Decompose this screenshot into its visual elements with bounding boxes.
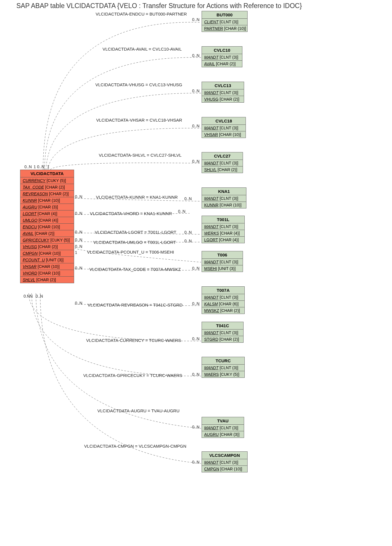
cardinality-label: 0..N [75, 230, 82, 234]
cardinality-label: 0..N [192, 53, 200, 58]
entity-field: AUGRU [CHAR (3)] [20, 204, 74, 210]
entity-header: TVAU [202, 417, 244, 425]
cardinality-label: 0..N [192, 266, 200, 271]
cardinality-label: 0..N [192, 336, 200, 341]
entity-field: ENDCU [CHAR (10)] [20, 224, 74, 230]
cardinality-label: 0..N [37, 164, 45, 169]
relation-label: VLCIDACTDATA-CMPGN = VLCSCAMPGN-CMPGN [84, 444, 186, 449]
entity-header: T006 [202, 251, 243, 259]
relation-label: VLCIDACTDATA-REVREASON = T041C-STGRD [88, 302, 182, 307]
relation-label: VLCIDACTDATA-SHLVL = CVLC27-SHLVL [99, 153, 181, 158]
cardinality-label: 0..N [192, 159, 200, 164]
relation-label: VLCIDACTDATA-UMLGO = T001L-LGORT [93, 240, 176, 245]
relation-label: VLCIDACTDATA-TAX_CODE = T007A-MWSKZ [89, 267, 181, 272]
entity-field: MSEHI [UNIT (3)] [202, 265, 243, 272]
relation-label: VLCIDACTDATA-GPRICECUKY = TCURC-WAERS [83, 373, 182, 378]
cardinality-label: 0..N [192, 301, 200, 306]
entity-field: REVREASON [CHAR (2)] [20, 191, 74, 197]
entity-field: MANDT [CLNT (3)] [202, 223, 244, 230]
cardinality-label: 1 [34, 164, 36, 169]
entity-field: PARTNER [CHAR (10)] [202, 25, 247, 32]
relation-label: VLCIDACTDATA-LGORT = T001L-LGORT [95, 230, 176, 235]
entity-main-header: VLCIDACTDATA [20, 170, 74, 177]
entity-field: KALSM [CHAR (6)] [202, 301, 244, 307]
entity-field: TAX_CODE [CHAR (2)] [20, 184, 74, 191]
entity-field: STGRD [CHAR (2)] [202, 336, 243, 342]
entity-field: MWSKZ [CHAR (2)] [202, 307, 244, 314]
entity-field: MANDT [CLNT (3)] [202, 89, 244, 96]
cardinality-label: 0..N [75, 301, 82, 305]
entity-field: CLIENT [CLNT (3)] [202, 19, 247, 25]
entity-field: MANDT [CLNT (3)] [202, 425, 244, 431]
cardinality-label: 0..N [75, 194, 82, 199]
entity-field: MANDT [CLNT (3)] [202, 294, 244, 301]
cardinality-label: 0..N [192, 460, 200, 464]
entity-header: CVLC13 [202, 82, 244, 89]
entity-field: VHUSG [CHAR (2)] [20, 244, 74, 250]
entity-t001l: T001LMANDT [CLNT (3)]WERKS [CHAR (4)]LGO… [202, 216, 245, 243]
entity-header: VLCSCAMPGN [202, 452, 247, 459]
entity-field: WERKS [CHAR (4)] [202, 230, 244, 237]
entity-field: SHLVL [CHAR (2)] [202, 166, 243, 173]
entity-field: SHLVL [CHAR (2)] [20, 277, 74, 283]
entity-field: CMPGN [CHAR (10)] [20, 250, 74, 257]
cardinality-label: 0..N [184, 230, 192, 235]
entity-field: GPRICECUKY [CUKY (5)] [20, 237, 74, 244]
entity-field: MANDT [CLNT (3)] [202, 160, 243, 166]
entity-header: T001L [202, 216, 244, 223]
cardinality-label: 0..N [75, 266, 82, 270]
entity-header: T041C [202, 322, 243, 329]
entity-header: TCURC [202, 357, 244, 365]
entity-field: CURRENCY [CUKY (5)] [20, 177, 74, 184]
entity-main: VLCIDACTDATA CURRENCY [CUKY (5)]TAX_CODE… [20, 170, 74, 283]
entity-field: MANDT [CLNT (3)] [202, 195, 246, 202]
cardinality-label: 0..N [75, 211, 82, 216]
entity-header: KNA1 [202, 188, 246, 195]
relation-label: VLCIDACTDATA-KUNNR = KNA1-KUNNR [96, 195, 178, 200]
relation-label: VLCIDACTDATA-AVAIL = CVLC10-AVAIL [103, 47, 182, 51]
entity-field: LGORT [CHAR (4)] [20, 210, 74, 217]
entity-t006: T006MANDT [CLNT (3)]MSEHI [UNIT (3)] [202, 251, 243, 272]
entity-field: UMLGO [CHAR (4)] [20, 217, 74, 224]
entity-t041c: T041CMANDT [CLNT (3)]STGRD [CHAR (2)] [202, 322, 244, 343]
entity-field: VHSAR [CHAR (10)] [20, 263, 74, 270]
entity-cvlc27: CVLC27MANDT [CLNT (3)]SHLVL [CHAR (2)] [202, 152, 243, 173]
entity-tcurc: TCURCMANDT [CLNT (3)]WAERS [CUKY (5)] [202, 357, 245, 378]
entity-field: AUGRU [CHAR (3)] [202, 431, 244, 438]
entity-header: CVLC10 [202, 47, 242, 54]
entity-field: WAERS [CUKY (5)] [202, 371, 244, 378]
cardinality-label: 1 [75, 250, 77, 255]
entity-field: MANDT [CLNT (3)] [202, 365, 244, 371]
cardinality-label: 0..N [192, 372, 200, 377]
cardinality-label: 0..N [75, 244, 82, 249]
relation-label: VLCIDACTDATA-PCOUNT_U = T006-MSEHI [87, 250, 174, 254]
page-title: SAP ABAP table VLCIDACTDATA {VELO : Tran… [16, 2, 302, 10]
cardinality-label: 0..N [192, 425, 200, 429]
cardinality-label: 0..N [184, 196, 192, 201]
relation-label: VLCIDACTDATA-VHSAR = CVLC18-VHSAR [96, 118, 182, 122]
entity-field: MANDT [CLNT (3)] [202, 125, 246, 131]
relation-label: VLCIDACTDATA-ENDCU = BUT000-PARTNER [96, 12, 187, 16]
entity-field: KUNNR [CHAR (10)] [202, 202, 246, 208]
entity-field: MANDT [CLNT (3)] [202, 259, 243, 265]
relation-label: VLCIDACTDATA-CURRENCY = TCURC-WAERS [86, 338, 181, 343]
entity-field: KUNNR [CHAR (10)] [20, 197, 74, 204]
entity-cvlc13: CVLC13MANDT [CLNT (3)]VHUSG [CHAR (2)] [202, 82, 244, 103]
entity-field: VHUSG [CHAR (2)] [202, 96, 244, 102]
cardinality-label: 0..N [36, 294, 43, 298]
cardinality-label: 0.NN [24, 294, 33, 298]
cardinality-label: 0..N [192, 89, 200, 93]
entity-field: AVAIL [CHAR (2)] [20, 230, 74, 237]
cardinality-label: 1 [47, 164, 49, 169]
entity-field: CMPGN [CHAR (10)] [202, 466, 247, 472]
cardinality-label: 0..N [184, 239, 192, 243]
entity-header: CVLC18 [202, 117, 246, 125]
entity-cvlc18: CVLC18MANDT [CLNT (3)]VHSAR [CHAR (10)] [202, 117, 246, 138]
cardinality-label: 0..N [192, 124, 200, 128]
relation-label: VLCIDACTDATA-VHUSG = CVLC13-VHUSG [95, 82, 182, 87]
entity-kna1: KNA1MANDT [CLNT (3)]KUNNR [CHAR (10)] [202, 187, 246, 208]
relation-label: VLCIDACTDATA-AUGRU = TVAU-AUGRU [97, 408, 179, 413]
entity-field: MANDT [CLNT (3)] [202, 459, 247, 466]
entity-field: MANDT [CLNT (3)] [202, 329, 243, 336]
cardinality-label: 0..N [24, 164, 32, 169]
